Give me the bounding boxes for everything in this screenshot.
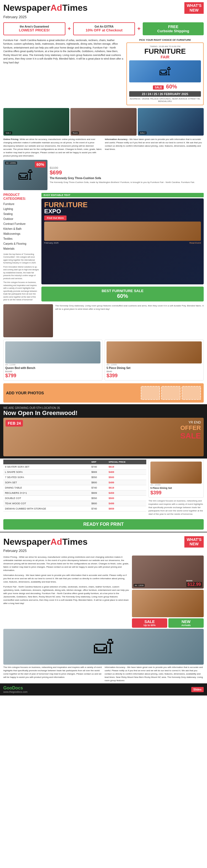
categories-body-text3: The trim cologne focuses on business, ne… — [3, 281, 39, 302]
table-row: DOUBLE COT $550 $500 — [3, 495, 146, 501]
second-header: Newspaper Ad Times WHAT'S NEW — [0, 534, 207, 549]
five-piece-old: $640 — [106, 370, 202, 373]
cat-contract: Contract Furniture — [3, 221, 39, 226]
header: Newspaper Ad Times WHAT'S NEW — [0, 0, 207, 15]
expo-title-line1: FURN.ITURE — [44, 201, 201, 208]
sp-art-badge: Art. 12030 — [134, 584, 145, 587]
pt-col-mrp: MRP — [90, 460, 107, 464]
table-row: DIEWAN CUMBED WITH STORAGE $740 $659 — [3, 506, 146, 511]
pt-row-mrp: $800 — [90, 501, 107, 506]
strip-img-1: Sofa 1 — [3, 108, 69, 135]
cat-materials: Materials — [3, 246, 39, 251]
queen-bed-img — [5, 341, 101, 364]
sp-bottom-right: Information Accuracy - We have taken gre… — [105, 666, 204, 682]
pt-row-special: $619 — [107, 464, 146, 469]
info-accuracy-col: Information Accuracy - We have taken gre… — [105, 138, 204, 158]
kennedy-products-section: The Kennedy Grey stationary. Living room… — [0, 303, 207, 338]
pt-row-mrp: $909 — [90, 490, 107, 495]
pt-row-name: DIEWAN CUMBED WITH STORAGE — [3, 506, 90, 511]
add-photos-section: ADD YOUR PHOTOS — [3, 383, 204, 403]
banner-box-1: the Area's Guaranteed LOWEST PRICES! — [3, 22, 66, 35]
sp-new-price: $12.99 — [186, 582, 202, 587]
categories-body-text2: From Innovative Interior solutions to up… — [3, 266, 39, 280]
categories-col: PRODUCT CATEGORIES: Furniture Lighting S… — [3, 193, 39, 302]
pt-row-name: TEAK WOOD COT — [3, 501, 90, 506]
categories-list: Furniture Lighting Seating Outdoor Contr… — [3, 202, 39, 251]
photo-placeholder-3[interactable] — [182, 386, 201, 400]
banner-free: FREE Curbside Shipping — [143, 22, 204, 35]
sofa-product-image: Art. 120991 60% — [3, 160, 48, 190]
price-side: Art. 10086 5 Piece Dining Set $399 The t… — [149, 460, 204, 516]
queen-bed-name: Queen Bed with Bench — [5, 367, 101, 370]
pt-row-special: $500 — [107, 474, 146, 480]
kg-text: The Kennedy Grey stationary. Living room… — [55, 304, 204, 311]
img-strip-1: Sofa 1 Room Sofa 2 — [0, 107, 207, 137]
best-furniture-card: BEST FURNITURE SALE 60% — [42, 286, 204, 302]
second-page-cols: Online Pricing - While we strive for acc… — [3, 556, 204, 628]
sp-bottom-right-text: Information Accuracy - We have taken gre… — [105, 666, 204, 682]
cat-lighting: Lighting — [3, 207, 39, 212]
ff-address: ADDRESS: VASINE PALACE GROUNDS, NEAR AVE… — [129, 97, 201, 102]
ff-left-col: Furniture Fair - North Carolina features… — [3, 38, 124, 105]
banner-box2-label: Get An EXTRA — [76, 25, 132, 28]
kg-image — [3, 304, 53, 337]
bf-label: BEST FURNITURE SALE — [44, 289, 201, 293]
date-line: February 2025 — [0, 15, 207, 21]
ff-subtitle: FAIR — [129, 55, 201, 59]
whats-new-line1: WHAT'S — [187, 3, 202, 8]
pt-row-special: $469 — [107, 469, 146, 474]
online-pricing-text: Online Pricing: While we strive for accu… — [3, 138, 102, 158]
footer-logo-docs: Docs — [12, 686, 23, 690]
five-piece-card-top: Art. 12995 5 Piece Dining Set $640 $399 — [105, 340, 204, 380]
table-row: L SHAPE SOFA $669 $469 — [3, 469, 146, 474]
pt-row-name: DINING TABLE — [3, 485, 90, 490]
categories-body-text: Under the top theme of "Connecting Commu… — [3, 253, 39, 265]
photo-placeholders — [141, 386, 201, 400]
sp-bottom-left-text: The trim cologne focuses on business, ne… — [3, 666, 102, 679]
ff-pick-text: PICK YOUR RIGHT CHOICE OF FURNITURE — [126, 38, 204, 41]
second-date-line: February 2025 — [0, 549, 207, 554]
sp-img2 — [132, 590, 204, 617]
side-desc-text: The trim cologne focuses on business, ne… — [149, 499, 204, 516]
second-whats-new-badge: WHAT'S NEW — [184, 536, 204, 548]
gs-offer-text: YR END OFFER SALE — [180, 421, 201, 440]
sp-sale-price-wrap: $1990 $12.99 — [186, 580, 202, 587]
second-page-content: Online Pricing - While we strive for acc… — [0, 554, 207, 683]
ff-sofa-image — [129, 60, 201, 83]
whats-new-badge: WHAT'S NEW — [184, 2, 204, 14]
sp-img1: Art. 12030 $1990 $12.99 — [132, 556, 204, 589]
sp-old-price: $1990 — [186, 580, 202, 582]
photo-placeholder-1[interactable] — [141, 386, 160, 400]
banner-box1-main: LOWEST PRICES! — [7, 28, 62, 32]
gs-sale: SALE — [180, 432, 201, 440]
ff-date-bar: 23 / 24 / 25 / 26 FEBRUARY 2025 — [129, 91, 201, 97]
cat-outdoor: Outdoor — [3, 217, 39, 221]
five-dining-price: $399 — [150, 490, 202, 496]
kg-info: The Kennedy Grey stationary. Living room… — [55, 304, 204, 311]
find-out-more-button[interactable]: Find Out More — [44, 216, 67, 220]
cat-wall: Wallcoverings — [3, 231, 39, 237]
header-newspaper: Newspaper — [3, 3, 51, 13]
table-row: DINING TABLE $740 $619 — [3, 485, 146, 490]
gs-subtitle: WE ARE GROWING OUR 5TH LOCATION 35 — [3, 406, 204, 409]
pt-row-special: $619 — [107, 485, 146, 490]
divider — [0, 532, 207, 532]
gs-main-image: FEB 24 YR END OFFER SALE — [3, 418, 204, 456]
pt-row-mrp: $669 — [90, 469, 107, 474]
photo-placeholder-2[interactable] — [161, 386, 181, 400]
pt-row-mrp: $740 — [90, 485, 107, 490]
ff-title: FURNITURE — [144, 47, 186, 55]
pt-row-special: $500 — [107, 495, 146, 501]
banner-free-label: FREE — [146, 25, 201, 29]
sale-mini2-sub: Arrivals — [170, 624, 203, 627]
pt-row-name: 7 SEATED SOFA — [3, 474, 90, 480]
pt-row-mrp: $550 — [90, 495, 107, 501]
table-row: RECLINERS 3+2+1 $909 $459 — [3, 490, 146, 495]
online-pricing-title: Online Pricing: — [3, 138, 19, 141]
pt-row-mrp: $740 — [90, 506, 107, 511]
ff-sale-label: SALE — [153, 86, 164, 90]
table-row: TEAK WOOD COT $800 $499 — [3, 501, 146, 506]
strip-img1-label: Sofa 1 — [4, 131, 12, 134]
price-table: MRP SPECIAL PRICE 9 SEATER SOFA SET $740… — [3, 460, 146, 512]
queen-bed-art: Art. 11098 — [5, 364, 101, 366]
